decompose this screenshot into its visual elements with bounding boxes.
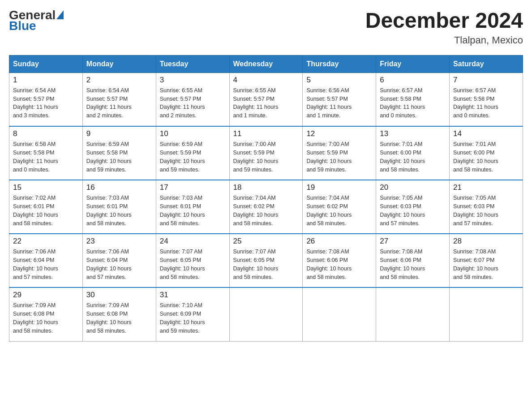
table-row: 25 Sunrise: 7:07 AMSunset: 6:05 PMDaylig…	[229, 234, 303, 287]
day-number: 20	[380, 183, 446, 192]
calendar-week-row: 8 Sunrise: 6:58 AMSunset: 5:58 PMDayligh…	[9, 126, 523, 180]
day-number: 6	[380, 76, 446, 85]
logo-blue-text: Blue	[9, 20, 36, 32]
day-number: 28	[453, 237, 519, 246]
day-number: 30	[86, 291, 152, 300]
calendar-week-row: 1 Sunrise: 6:54 AMSunset: 5:57 PMDayligh…	[9, 73, 523, 126]
day-info: Sunrise: 6:55 AMSunset: 5:57 PMDaylight:…	[233, 86, 299, 120]
day-number: 15	[13, 183, 79, 192]
day-info: Sunrise: 7:08 AMSunset: 6:07 PMDaylight:…	[453, 248, 519, 281]
calendar-week-row: 22 Sunrise: 7:06 AMSunset: 6:04 PMDaylig…	[9, 234, 523, 287]
table-row: 31 Sunrise: 7:10 AMSunset: 6:09 PMDaylig…	[156, 287, 229, 341]
day-number: 5	[306, 76, 372, 85]
day-info: Sunrise: 7:04 AMSunset: 6:02 PMDaylight:…	[306, 194, 372, 227]
day-info: Sunrise: 6:57 AMSunset: 5:58 PMDaylight:…	[380, 86, 446, 120]
table-row: 29 Sunrise: 7:09 AMSunset: 6:08 PMDaylig…	[9, 287, 83, 341]
table-row: 16 Sunrise: 7:03 AMSunset: 6:01 PMDaylig…	[82, 180, 156, 234]
table-row: 17 Sunrise: 7:03 AMSunset: 6:01 PMDaylig…	[156, 180, 229, 234]
table-row	[303, 287, 376, 341]
table-row: 28 Sunrise: 7:08 AMSunset: 6:07 PMDaylig…	[450, 234, 523, 287]
day-number: 27	[380, 237, 446, 246]
day-number: 3	[160, 76, 226, 85]
day-info: Sunrise: 7:00 AMSunset: 5:59 PMDaylight:…	[306, 140, 372, 174]
day-info: Sunrise: 7:10 AMSunset: 6:09 PMDaylight:…	[160, 301, 226, 335]
day-info: Sunrise: 6:58 AMSunset: 5:58 PMDaylight:…	[13, 140, 79, 174]
logo: General Blue	[9, 9, 64, 32]
day-info: Sunrise: 7:07 AMSunset: 6:05 PMDaylight:…	[160, 248, 226, 281]
table-row: 20 Sunrise: 7:05 AMSunset: 6:03 PMDaylig…	[376, 180, 450, 234]
table-row: 23 Sunrise: 7:06 AMSunset: 6:04 PMDaylig…	[82, 234, 156, 287]
day-number: 12	[306, 129, 372, 138]
day-info: Sunrise: 7:03 AMSunset: 6:01 PMDaylight:…	[160, 194, 226, 227]
calendar-table: Sunday Monday Tuesday Wednesday Thursday…	[9, 55, 523, 342]
day-info: Sunrise: 7:09 AMSunset: 6:08 PMDaylight:…	[86, 301, 152, 335]
table-row: 13 Sunrise: 7:01 AMSunset: 6:00 PMDaylig…	[376, 126, 450, 180]
table-row: 9 Sunrise: 6:59 AMSunset: 5:58 PMDayligh…	[82, 126, 156, 180]
day-info: Sunrise: 7:06 AMSunset: 6:04 PMDaylight:…	[13, 248, 79, 281]
table-row: 30 Sunrise: 7:09 AMSunset: 6:08 PMDaylig…	[82, 287, 156, 341]
table-row: 1 Sunrise: 6:54 AMSunset: 5:57 PMDayligh…	[9, 73, 83, 126]
day-info: Sunrise: 7:09 AMSunset: 6:08 PMDaylight:…	[13, 301, 79, 335]
calendar-week-row: 15 Sunrise: 7:02 AMSunset: 6:01 PMDaylig…	[9, 180, 523, 234]
table-row: 24 Sunrise: 7:07 AMSunset: 6:05 PMDaylig…	[156, 234, 229, 287]
calendar-header-row: Sunday Monday Tuesday Wednesday Thursday…	[9, 55, 523, 73]
day-number: 2	[86, 76, 152, 85]
day-number: 25	[233, 237, 299, 246]
day-number: 31	[160, 291, 226, 300]
table-row: 22 Sunrise: 7:06 AMSunset: 6:04 PMDaylig…	[9, 234, 83, 287]
day-number: 8	[13, 129, 79, 138]
day-info: Sunrise: 6:57 AMSunset: 5:58 PMDaylight:…	[453, 86, 519, 120]
col-thursday: Thursday	[303, 55, 376, 73]
day-info: Sunrise: 7:05 AMSunset: 6:03 PMDaylight:…	[453, 194, 519, 227]
table-row: 14 Sunrise: 7:01 AMSunset: 6:00 PMDaylig…	[450, 126, 523, 180]
table-row: 18 Sunrise: 7:04 AMSunset: 6:02 PMDaylig…	[229, 180, 303, 234]
day-info: Sunrise: 6:59 AMSunset: 5:58 PMDaylight:…	[86, 140, 152, 174]
table-row: 3 Sunrise: 6:55 AMSunset: 5:57 PMDayligh…	[156, 73, 229, 126]
day-number: 10	[160, 129, 226, 138]
day-info: Sunrise: 7:04 AMSunset: 6:02 PMDaylight:…	[233, 194, 299, 227]
day-info: Sunrise: 6:55 AMSunset: 5:57 PMDaylight:…	[160, 86, 226, 120]
table-row: 8 Sunrise: 6:58 AMSunset: 5:58 PMDayligh…	[9, 126, 83, 180]
day-number: 9	[86, 129, 152, 138]
day-number: 1	[13, 76, 79, 85]
table-row	[450, 287, 523, 341]
svg-marker-0	[56, 10, 64, 19]
calendar-title: December 2024	[365, 9, 523, 33]
table-row	[376, 287, 450, 341]
logo-triangle-icon	[56, 10, 64, 20]
calendar-week-row: 29 Sunrise: 7:09 AMSunset: 6:08 PMDaylig…	[9, 287, 523, 341]
table-row: 27 Sunrise: 7:08 AMSunset: 6:06 PMDaylig…	[376, 234, 450, 287]
day-info: Sunrise: 7:01 AMSunset: 6:00 PMDaylight:…	[380, 140, 446, 174]
day-number: 13	[380, 129, 446, 138]
table-row: 12 Sunrise: 7:00 AMSunset: 5:59 PMDaylig…	[303, 126, 376, 180]
day-number: 29	[13, 291, 79, 300]
table-row: 10 Sunrise: 6:59 AMSunset: 5:59 PMDaylig…	[156, 126, 229, 180]
table-row: 4 Sunrise: 6:55 AMSunset: 5:57 PMDayligh…	[229, 73, 303, 126]
day-number: 4	[233, 76, 299, 85]
table-row: 19 Sunrise: 7:04 AMSunset: 6:02 PMDaylig…	[303, 180, 376, 234]
day-number: 24	[160, 237, 226, 246]
table-row: 11 Sunrise: 7:00 AMSunset: 5:59 PMDaylig…	[229, 126, 303, 180]
page-header: General Blue December 2024 Tlalpan, Mexi…	[9, 9, 523, 46]
table-row: 26 Sunrise: 7:08 AMSunset: 6:06 PMDaylig…	[303, 234, 376, 287]
day-info: Sunrise: 6:56 AMSunset: 5:57 PMDaylight:…	[306, 86, 372, 120]
col-friday: Friday	[376, 55, 450, 73]
day-info: Sunrise: 7:01 AMSunset: 6:00 PMDaylight:…	[453, 140, 519, 174]
table-row: 15 Sunrise: 7:02 AMSunset: 6:01 PMDaylig…	[9, 180, 83, 234]
col-wednesday: Wednesday	[229, 55, 303, 73]
table-row: 21 Sunrise: 7:05 AMSunset: 6:03 PMDaylig…	[450, 180, 523, 234]
title-block: December 2024 Tlalpan, Mexico	[365, 9, 523, 46]
day-number: 18	[233, 183, 299, 192]
day-number: 16	[86, 183, 152, 192]
col-saturday: Saturday	[450, 55, 523, 73]
day-number: 19	[306, 183, 372, 192]
day-info: Sunrise: 6:54 AMSunset: 5:57 PMDaylight:…	[13, 86, 79, 120]
col-tuesday: Tuesday	[156, 55, 229, 73]
day-number: 17	[160, 183, 226, 192]
day-info: Sunrise: 6:59 AMSunset: 5:59 PMDaylight:…	[160, 140, 226, 174]
day-info: Sunrise: 7:05 AMSunset: 6:03 PMDaylight:…	[380, 194, 446, 227]
col-monday: Monday	[82, 55, 156, 73]
day-number: 22	[13, 237, 79, 246]
day-number: 11	[233, 129, 299, 138]
col-sunday: Sunday	[9, 55, 83, 73]
